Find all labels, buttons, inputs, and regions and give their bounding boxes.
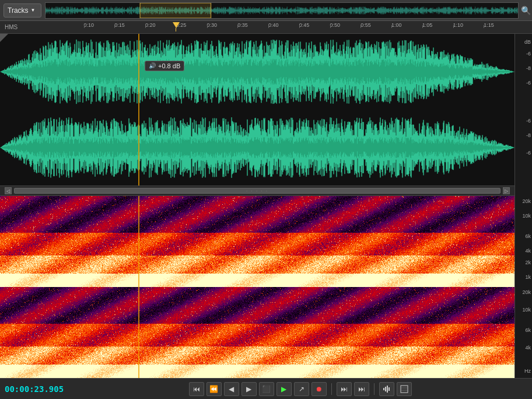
main-content: 🔊 +0.8 dB ◁ · · · · · ▷ dB-6-8-6-6-8-620…: [0, 34, 532, 378]
ruler-ticks[interactable]: 0:100:150:200:250:300:350:400:450:500:55…: [22, 21, 532, 34]
scale-label: 10k: [522, 214, 531, 219]
play-button[interactable]: ▶: [276, 382, 292, 396]
scale-label: 4k: [525, 345, 531, 351]
scale-label: 6k: [525, 234, 531, 239]
spectrogram-track-2[interactable]: [0, 287, 514, 378]
scale-label: Hz: [524, 369, 531, 374]
scale-label: 1k: [525, 275, 531, 280]
scale-label: -6: [526, 150, 531, 156]
scale-label: 4k: [525, 249, 531, 254]
ruler-tick: 0:45: [299, 22, 310, 28]
skip-back-button[interactable]: ⏪: [206, 382, 222, 396]
ruler-tick: 0:55: [360, 22, 371, 28]
ruler-tick: 0:20: [145, 22, 156, 28]
tracks-dropdown[interactable]: Tracks ▼: [4, 4, 41, 18]
ruler-tick: 0:35: [237, 22, 248, 28]
timeline-ruler: HMS 0:100:150:200:250:300:350:400:450:50…: [0, 21, 532, 34]
skip-end-button[interactable]: ⏭: [354, 382, 369, 396]
record-button[interactable]: ⏺: [312, 382, 327, 396]
stop-button[interactable]: ⬛: [259, 382, 274, 396]
ruler-tick: 1:00: [391, 22, 402, 28]
ruler-tick: 1:15: [484, 22, 494, 28]
scale-label: 6k: [525, 328, 531, 333]
gain-value: +0.8 dB: [158, 62, 180, 69]
svg-rect-4: [401, 386, 408, 393]
scale-label: -8: [526, 133, 531, 138]
scroll-right-button[interactable]: ▷: [503, 187, 510, 194]
ruler-tick: 0:40: [268, 22, 279, 28]
time-format-label: HMS: [5, 24, 22, 30]
svg-rect-2: [387, 386, 388, 393]
scale-label: -6: [526, 80, 531, 86]
scale-label: -6: [526, 118, 531, 124]
db-freq-scale: dB-6-8-6-6-8-620k10k6k4k2k1k20k10k6k4kHz: [514, 34, 532, 378]
scrollbar-area: ◁ · · · · · ▷: [0, 186, 514, 196]
playhead-marker[interactable]: [173, 22, 180, 33]
scale-label: 20k: [522, 199, 531, 204]
svg-rect-1: [385, 387, 386, 391]
toolbar-separator-2: [374, 383, 374, 395]
bottom-toolbar: 00:00:23.905 ⏮ ⏪ ◀ ▶ ⬛ ▶ ↗ ⏺ ⏭ ⏭: [0, 378, 532, 399]
search-icon[interactable]: 🔍: [521, 5, 531, 16]
scale-label: 2k: [525, 260, 531, 265]
ruler-tick: 0:15: [114, 22, 125, 28]
ruler-tick: 1:05: [422, 22, 433, 28]
scale-label: 20k: [522, 290, 531, 295]
scale-label: 10k: [522, 307, 531, 313]
export-button[interactable]: ↗: [294, 382, 309, 396]
spectrogram-view-button[interactable]: [397, 382, 412, 396]
scroll-left-button[interactable]: ◁: [5, 187, 12, 194]
ruler-tick: 0:10: [84, 22, 94, 28]
ruler-tick: 1:10: [453, 22, 464, 28]
overview-waveform[interactable]: [45, 2, 519, 19]
ruler-tick: 0:30: [207, 22, 218, 28]
next-clip-button[interactable]: ▶: [242, 382, 257, 396]
top-bar: Tracks ▼ 🔍: [0, 0, 532, 21]
spectrogram-track-1[interactable]: [0, 196, 514, 287]
scroll-thumb[interactable]: · · · · ·: [14, 188, 501, 194]
prev-clip-button[interactable]: ◀: [224, 382, 239, 396]
dropdown-arrow: ▼: [31, 8, 36, 13]
toolbar-separator-1: [331, 383, 332, 395]
gain-icon: 🔊: [149, 62, 156, 69]
gain-tooltip: 🔊 +0.8 dB: [145, 61, 184, 71]
waveform-track-1[interactable]: [0, 34, 514, 110]
scale-label: dB: [524, 40, 531, 45]
svg-rect-0: [383, 388, 384, 390]
tracks-area: 🔊 +0.8 dB ◁ · · · · · ▷: [0, 34, 514, 378]
scroll-dots: · · · · ·: [15, 188, 500, 194]
svg-rect-3: [388, 387, 390, 391]
scale-label: -8: [526, 66, 531, 71]
skip-start-button[interactable]: ⏮: [189, 382, 204, 396]
waveform-view-button[interactable]: [379, 382, 394, 396]
ruler-tick: 0:50: [330, 22, 341, 28]
scale-label: -6: [526, 51, 531, 57]
waveform-track-2[interactable]: [0, 110, 514, 186]
skip-end-back-button[interactable]: ⏭: [337, 382, 352, 396]
tracks-label: Tracks: [8, 6, 29, 15]
time-display: 00:00:23.905: [5, 384, 64, 394]
